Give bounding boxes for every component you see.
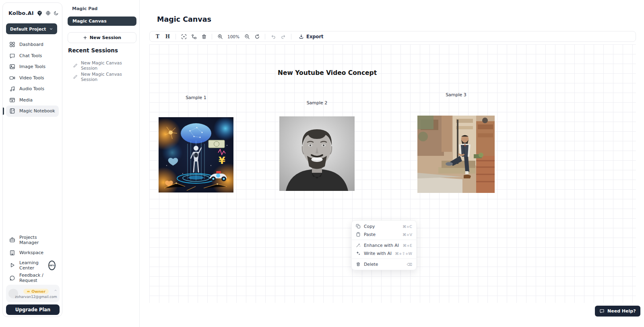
export-button[interactable]: Export [296, 33, 326, 40]
session-item[interactable]: New Magic Canvas Session [73, 72, 139, 82]
pencil-icon [73, 75, 78, 79]
sparkles-icon [356, 251, 361, 256]
canvas-grid[interactable]: New Youtube Video Concept Sample 1 Sampl… [149, 44, 636, 303]
flow-connector-button[interactable] [189, 32, 198, 41]
sidebar-item-feedback-request[interactable]: Feedback / Request [6, 272, 59, 285]
session-item[interactable]: New Magic Canvas Session [73, 60, 139, 71]
user-info: Owner zoharvan12@gmail.com [21, 289, 52, 299]
zoom-in-icon [217, 34, 223, 39]
toolbar-divider [265, 34, 265, 39]
sidebar-item-audio-tools[interactable]: Audio Tools [6, 83, 59, 95]
context-menu-copy[interactable]: Copy ⌘+C [352, 222, 416, 230]
owner-badge-label: Owner [31, 289, 45, 294]
context-menu-write-with-ai[interactable]: Write with AI ⌘+⇧+W [352, 249, 416, 257]
context-menu-delete[interactable]: Delete ⌫ [352, 260, 416, 268]
sidebar-item-learning-center[interactable]: Learning Center 66% [6, 259, 59, 272]
sample-2-image[interactable] [279, 116, 355, 191]
nav-magic-pad[interactable]: Magic Pad [72, 6, 97, 11]
sidebar: Kolbo.AI Default Project Dashboard [2, 2, 62, 317]
sample-1-illustration: ¥ [159, 117, 233, 192]
page-title: Magic Canvas [157, 15, 211, 23]
delete-tool-button[interactable] [199, 32, 208, 41]
sidebar-item-workspace[interactable]: Workspace [6, 246, 59, 259]
sidebar-item-media[interactable]: Media [6, 95, 59, 106]
nav-magic-canvas[interactable]: Magic Canvas [68, 17, 136, 26]
project-selector-label: Default Project [10, 27, 46, 31]
upgrade-plan-button[interactable]: Upgrade Plan [6, 304, 60, 315]
shortcut: ⌘+C [402, 224, 412, 229]
need-help-button[interactable]: Need Help? [595, 306, 640, 317]
sample-3-image[interactable] [417, 116, 495, 193]
toolbar-divider [175, 34, 176, 39]
sidebar-item-projects-manager[interactable]: Projects Manager [6, 234, 59, 246]
zoom-in-button[interactable] [215, 32, 225, 41]
text-tool-button[interactable]: T [153, 32, 162, 41]
undo-button[interactable] [268, 32, 278, 41]
learning-progress-badge: 66% [48, 261, 56, 270]
sidebar-item-label: Projects Manager [19, 235, 56, 245]
zoom-out-button[interactable] [242, 32, 252, 41]
context-menu-paste[interactable]: Paste ⌘+V [352, 230, 416, 238]
context-menu-label: Write with AI [364, 251, 392, 256]
sample-2-label[interactable]: Sample 2 [279, 100, 355, 106]
redo-icon [281, 34, 286, 39]
sidebar-item-label: Chat Tools [19, 53, 42, 58]
owner-badge: Owner [23, 289, 49, 294]
globe-icon[interactable] [45, 10, 51, 16]
trash-icon [201, 34, 207, 39]
sidebar-item-magic-notebook[interactable]: Magic Notebook [6, 106, 59, 117]
sidebar-item-label: Magic Notebook [19, 108, 55, 114]
sample-1-image[interactable]: ¥ [159, 117, 233, 192]
shortcut: ⌘+E [403, 243, 412, 248]
export-label: Export [306, 34, 324, 39]
context-menu-enhance-with-ai[interactable]: Enhance with AI ⌘+E [352, 241, 416, 249]
context-menu: Copy ⌘+C Paste ⌘+V Enhance with AI ⌘+E W… [351, 220, 417, 270]
play-icon [9, 262, 15, 268]
pencil-icon [73, 63, 78, 68]
dashboard-icon [9, 41, 15, 48]
help-chat-icon [599, 308, 605, 314]
reset-view-button[interactable] [252, 32, 262, 41]
sidebar-item-chat-tools[interactable]: Chat Tools [6, 50, 59, 62]
chat-icon [9, 53, 15, 59]
ai-select-icon [181, 34, 187, 39]
shortcut: ⌘+V [402, 232, 412, 237]
user-account-chip[interactable]: Owner zoharvan12@gmail.com [6, 285, 60, 302]
ai-select-button[interactable] [179, 32, 188, 41]
undo-icon [270, 34, 276, 39]
toolbar-divider [291, 34, 291, 39]
building-icon [9, 250, 15, 256]
image-icon [9, 64, 15, 70]
project-selector[interactable]: Default Project [6, 23, 57, 34]
context-menu-divider [352, 240, 416, 240]
svg-text:¥: ¥ [219, 155, 225, 166]
sidebar-item-label: Workspace [19, 250, 43, 255]
new-session-button[interactable]: New Session [68, 32, 136, 43]
sidebar-item-label: Learning Center [19, 260, 44, 271]
sidebar-item-image-tools[interactable]: Image Tools [6, 61, 59, 72]
sidebar-item-video-tools[interactable]: Video Tools [6, 72, 59, 84]
session-panel: Magic Pad Magic Canvas New Session Recen… [62, 0, 140, 327]
trash-icon [356, 262, 361, 267]
sidebar-item-label: Image Tools [19, 64, 45, 69]
heading-tool-button[interactable]: H [163, 32, 172, 41]
text-tool-glyph: T [156, 34, 159, 39]
sidebar-item-label: Media [19, 97, 33, 103]
canvas-heading[interactable]: New Youtube Video Concept [278, 69, 377, 77]
new-session-label: New Session [90, 35, 121, 40]
sidebar-item-dashboard[interactable]: Dashboard [6, 39, 59, 50]
sample-3-label[interactable]: Sample 3 [417, 92, 495, 97]
heading-tool-glyph: H [165, 34, 170, 39]
redo-button[interactable] [279, 32, 288, 41]
context-menu-label: Copy [364, 224, 375, 229]
sidebar-bottom-nav: Projects Manager Workspace Learning Cent… [3, 234, 62, 284]
sample-1-label[interactable]: Sample 1 [159, 95, 233, 100]
sidebar-item-label: Feedback / Request [19, 273, 56, 283]
sample-2-illustration [279, 116, 355, 191]
sidebar-item-label: Video Tools [19, 75, 44, 81]
chevron-up-icon [54, 289, 57, 292]
logo-row: Kolbo.AI [8, 10, 59, 16]
session-item-label: New Magic Canvas Session [81, 72, 139, 82]
dark-mode-moon-icon[interactable] [54, 10, 59, 16]
context-menu-label: Delete [364, 262, 378, 267]
